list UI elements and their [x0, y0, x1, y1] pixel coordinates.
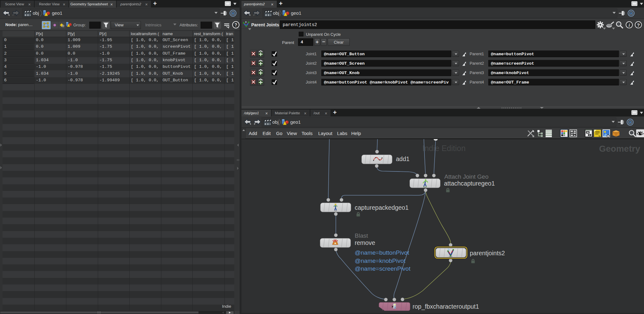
svg-text:?: ?: [637, 22, 640, 28]
svg-text:?: ?: [235, 22, 237, 27]
